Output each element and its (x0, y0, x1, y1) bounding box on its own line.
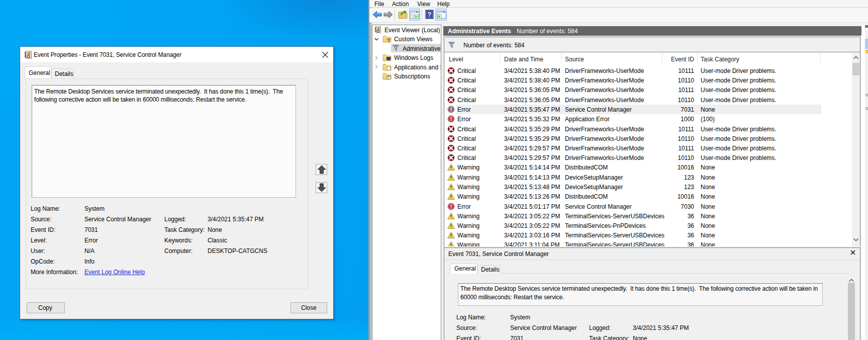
svg-text:?: ? (428, 11, 432, 18)
